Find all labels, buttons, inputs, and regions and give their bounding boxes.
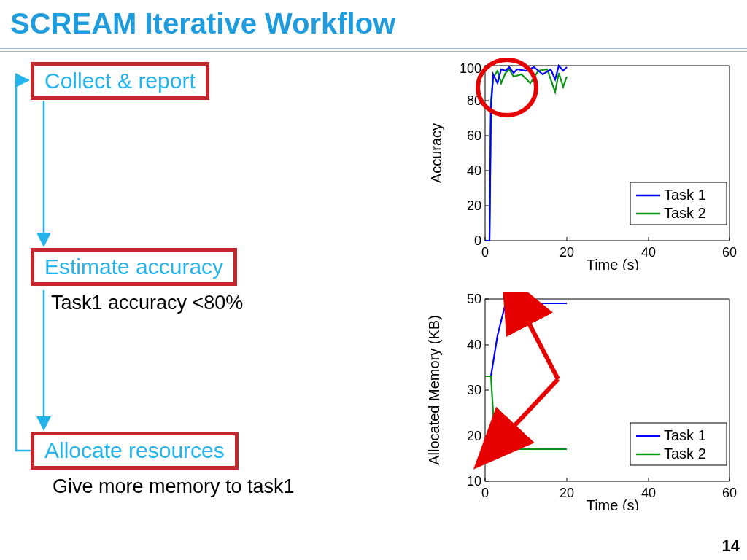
svg-text:Time (s): Time (s) bbox=[587, 497, 640, 510]
workflow-step-collect: Collect & report bbox=[31, 62, 209, 100]
svg-text:20: 20 bbox=[560, 486, 574, 500]
svg-text:40: 40 bbox=[641, 245, 656, 260]
svg-text:10: 10 bbox=[467, 474, 481, 489]
svg-text:0: 0 bbox=[481, 486, 489, 500]
svg-text:Task 2: Task 2 bbox=[664, 205, 706, 221]
slide-title: SCREAM Iterative Workflow bbox=[10, 7, 395, 40]
svg-text:50: 50 bbox=[467, 292, 481, 306]
workflow-step-allocate: Allocate resources bbox=[31, 432, 239, 470]
svg-text:20: 20 bbox=[467, 198, 481, 213]
svg-text:60: 60 bbox=[722, 486, 737, 500]
svg-text:Task 1: Task 1 bbox=[664, 427, 706, 443]
page-number: 14 bbox=[722, 537, 740, 556]
svg-text:60: 60 bbox=[467, 128, 481, 143]
svg-point-25 bbox=[478, 60, 536, 115]
svg-text:Allocated Memory (KB): Allocated Memory (KB) bbox=[426, 315, 442, 465]
svg-text:0: 0 bbox=[474, 233, 481, 248]
workflow-step3-note: Give more memory to task1 bbox=[53, 475, 295, 498]
title-rule-2 bbox=[0, 51, 747, 52]
svg-text:100: 100 bbox=[460, 61, 481, 76]
chart-memory: 10 20 30 40 50 0 20 40 60 Time (s) Alloc… bbox=[423, 292, 737, 510]
svg-text:Task 2: Task 2 bbox=[664, 446, 706, 462]
svg-text:30: 30 bbox=[467, 383, 481, 397]
chart-accuracy: 0 20 40 60 80 100 0 20 40 60 Time (s) Ac… bbox=[423, 58, 737, 270]
svg-text:0: 0 bbox=[481, 245, 489, 260]
svg-text:20: 20 bbox=[560, 245, 574, 260]
title-rule bbox=[0, 48, 747, 49]
svg-text:40: 40 bbox=[467, 163, 481, 178]
svg-text:40: 40 bbox=[641, 486, 656, 500]
workflow-step-estimate: Estimate accuracy bbox=[31, 248, 237, 286]
svg-text:Task 1: Task 1 bbox=[664, 187, 706, 203]
svg-text:60: 60 bbox=[722, 245, 737, 260]
svg-text:Accuracy: Accuracy bbox=[428, 123, 444, 183]
svg-text:20: 20 bbox=[467, 429, 481, 443]
workflow-step2-note: Task1 accuracy <80% bbox=[51, 292, 243, 314]
svg-text:Time (s): Time (s) bbox=[587, 257, 640, 270]
svg-text:40: 40 bbox=[467, 338, 481, 352]
